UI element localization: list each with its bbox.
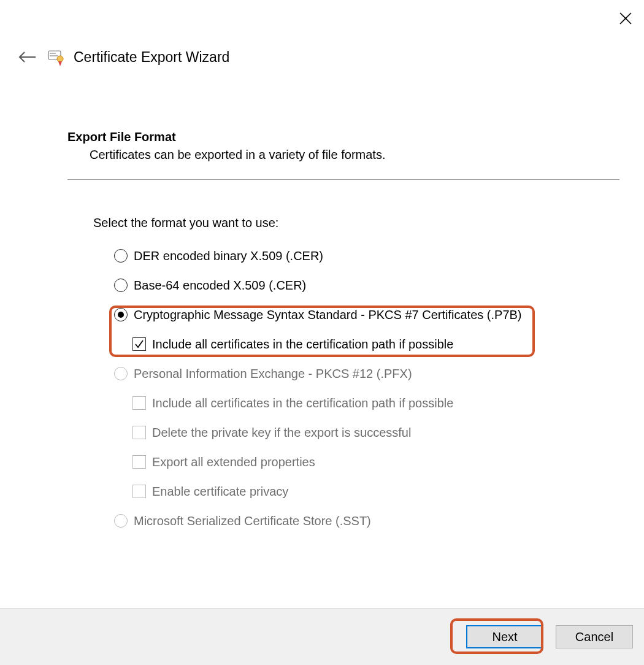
svg-marker-7	[58, 61, 62, 66]
section-title: Export File Format	[67, 130, 619, 144]
radio-base64[interactable]: Base-64 encoded X.509 (.CER)	[114, 278, 607, 293]
svg-rect-5	[50, 55, 58, 56]
checkbox-p7b-include[interactable]: Include all certificates in the certific…	[132, 337, 607, 352]
checkbox-pfx-privacy: Enable certificate privacy	[132, 484, 607, 499]
checkbox-pfx-include: Include all certificates in the certific…	[132, 396, 607, 410]
arrow-left-icon	[17, 48, 38, 66]
checkmark-icon	[134, 339, 144, 349]
radio-icon	[114, 367, 128, 380]
checkbox-p7b-include-label: Include all certificates in the certific…	[152, 337, 453, 352]
checkbox-icon	[132, 485, 146, 498]
format-prompt: Select the format you want to use:	[93, 216, 607, 230]
close-icon	[618, 11, 633, 26]
checkbox-pfx-ext-label: Export all extended properties	[152, 455, 315, 469]
checkbox-pfx-delete: Delete the private key if the export is …	[132, 425, 607, 440]
svg-rect-4	[50, 53, 56, 54]
next-button[interactable]: Next	[466, 625, 543, 648]
checkbox-icon	[132, 426, 146, 439]
radio-icon	[114, 308, 128, 321]
radio-icon	[114, 279, 128, 292]
wizard-title: Certificate Export Wizard	[74, 49, 229, 66]
svg-point-6	[57, 56, 63, 62]
radio-sst: Microsoft Serialized Certificate Store (…	[114, 513, 607, 528]
radio-p7b-label: Cryptographic Message Syntax Standard - …	[134, 307, 522, 322]
wizard-header: Certificate Export Wizard	[17, 48, 229, 66]
checkbox-pfx-privacy-label: Enable certificate privacy	[152, 484, 288, 499]
certificate-icon	[47, 48, 65, 66]
wizard-footer: Next Cancel	[0, 608, 644, 665]
close-button[interactable]	[618, 11, 633, 26]
checkbox-pfx-include-label: Include all certificates in the certific…	[152, 396, 453, 410]
radio-der-label: DER encoded binary X.509 (.CER)	[134, 248, 323, 263]
radio-icon	[114, 249, 128, 263]
radio-pfx-label: Personal Information Exchange - PKCS #12…	[134, 366, 412, 381]
radio-base64-label: Base-64 encoded X.509 (.CER)	[134, 278, 306, 293]
radio-der[interactable]: DER encoded binary X.509 (.CER)	[114, 248, 607, 263]
section-subtitle: Certificates can be exported in a variet…	[90, 148, 619, 162]
back-button[interactable]	[17, 48, 38, 66]
checkbox-icon	[132, 455, 146, 469]
checkbox-pfx-delete-label: Delete the private key if the export is …	[152, 425, 411, 440]
radio-icon	[114, 514, 128, 528]
checkbox-icon	[132, 396, 146, 410]
checkbox-pfx-ext: Export all extended properties	[132, 455, 607, 469]
radio-p7b[interactable]: Cryptographic Message Syntax Standard - …	[114, 307, 607, 322]
checkbox-icon	[132, 337, 146, 351]
divider	[67, 179, 619, 180]
radio-pfx: Personal Information Exchange - PKCS #12…	[114, 366, 607, 381]
radio-sst-label: Microsoft Serialized Certificate Store (…	[134, 513, 371, 528]
cancel-button[interactable]: Cancel	[556, 625, 633, 648]
